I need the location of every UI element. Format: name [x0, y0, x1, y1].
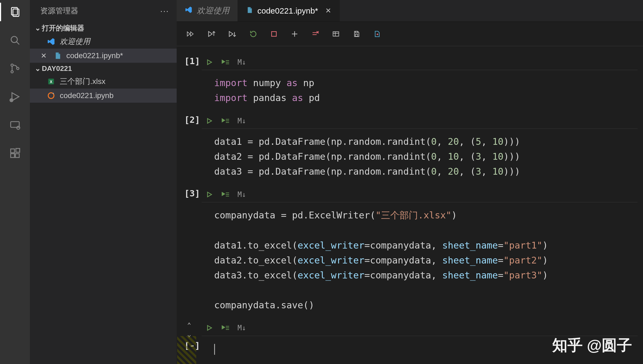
close-icon[interactable]: ✕: [41, 52, 49, 60]
run-by-line-icon[interactable]: [220, 189, 231, 200]
svg-marker-54: [222, 326, 225, 329]
restart-kernel-icon[interactable]: [244, 26, 263, 42]
cell-code[interactable]: data1 = pd.DataFrame(np.random.randint(0…: [202, 129, 638, 187]
notebook-toolbar: [177, 22, 643, 46]
run-all-icon[interactable]: [182, 26, 201, 42]
save-icon[interactable]: [347, 26, 366, 42]
file-xlsx[interactable]: X 三个部门.xlsx: [30, 74, 177, 89]
tab-bar: 欢迎使用 code0221.ipynb* ✕: [177, 0, 643, 22]
source-control-icon[interactable]: [8, 62, 21, 75]
cell-gutter: [1]: [177, 54, 202, 113]
tab-label: code0221.ipynb*: [257, 6, 318, 15]
svg-rect-36: [355, 31, 358, 33]
cell-exec-label: [1]: [184, 56, 200, 66]
cell-exec-label: [3]: [184, 188, 200, 199]
vscode-icon: [46, 37, 56, 46]
notebook-cell: [3] M↓ companydata = pd.ExcelWriter("三个部…: [177, 187, 643, 320]
notebook-cell: ⌃ ⌄ [-] M↓: [177, 320, 643, 364]
svg-marker-39: [222, 60, 225, 63]
cell-toolbar: M↓: [202, 187, 638, 202]
open-editor-label: code0221.ipynb*: [66, 51, 123, 60]
svg-marker-43: [208, 118, 212, 123]
tab-welcome[interactable]: 欢迎使用: [177, 0, 238, 21]
explorer-header: 资源管理器 ···: [30, 0, 177, 22]
search-icon[interactable]: [8, 34, 21, 47]
close-icon[interactable]: ✕: [325, 7, 331, 15]
notebook-cell: [1] M↓ import numpy as np import pandas …: [177, 54, 643, 113]
cell-toolbar: M↓: [202, 113, 638, 129]
notebook-file-icon: [246, 6, 253, 15]
debug-icon[interactable]: [8, 90, 21, 103]
svg-rect-26: [271, 32, 276, 36]
run-by-line-icon[interactable]: [220, 57, 231, 68]
run-by-line-icon[interactable]: [220, 115, 231, 126]
svg-marker-44: [222, 119, 225, 122]
notebook-file-icon: [53, 52, 63, 59]
cell-gutter: ⌃ ⌄ [-]: [177, 320, 202, 364]
excel-file-icon: X: [46, 78, 56, 85]
cell-body: M↓ data1 = pd.DataFrame(np.random.randin…: [202, 113, 643, 187]
more-icon[interactable]: ···: [160, 6, 169, 16]
svg-point-4: [11, 64, 13, 66]
run-cell-icon[interactable]: [204, 189, 215, 200]
folder-header[interactable]: ⌄ DAY0221: [30, 63, 177, 74]
cell-gutter: [3]: [177, 187, 202, 320]
open-editors-header[interactable]: ⌄ 打开的编辑器: [30, 22, 177, 34]
variables-icon[interactable]: [326, 26, 346, 42]
remote-explorer-icon[interactable]: [8, 118, 21, 131]
editor-area: 欢迎使用 code0221.ipynb* ✕: [177, 0, 643, 364]
notebook-cell: [2] M↓ data1 = pd.DataFrame(np.random.ra…: [177, 113, 643, 187]
cell-toolbar: M↓: [202, 320, 638, 336]
explorer-icon[interactable]: [8, 5, 21, 18]
svg-marker-24: [229, 31, 233, 36]
extensions-icon[interactable]: [8, 147, 21, 160]
cell-code[interactable]: import numpy as np import pandas as pd: [202, 70, 638, 113]
cell-exec-label: [2]: [184, 115, 200, 125]
markdown-label[interactable]: M↓: [238, 58, 246, 66]
svg-point-2: [11, 36, 17, 43]
cell-body: M↓ companydata = pd.ExcelWriter("三个部门.xl…: [202, 187, 643, 320]
svg-marker-53: [208, 326, 212, 330]
chevron-up-icon[interactable]: ⌃: [187, 322, 191, 328]
cell-exec-label: [-]: [184, 340, 200, 351]
jupyter-file-icon: [46, 92, 56, 99]
run-by-line-icon[interactable]: [220, 322, 231, 333]
chevron-down-icon: ⌄: [34, 64, 42, 73]
cell-code[interactable]: companydata = pd.ExcelWriter("三个部门.xlsx"…: [202, 202, 638, 320]
cell-toolbar: M↓: [202, 54, 638, 70]
file-notebook[interactable]: code0221.ipynb: [30, 89, 177, 103]
svg-point-11: [17, 126, 20, 129]
run-cell-icon[interactable]: [204, 322, 215, 333]
tab-notebook[interactable]: code0221.ipynb* ✕: [238, 0, 340, 21]
markdown-label[interactable]: M↓: [238, 324, 246, 332]
open-editor-notebook[interactable]: ✕ code0221.ipynb*: [30, 49, 177, 63]
open-editor-welcome[interactable]: 欢迎使用: [30, 34, 177, 49]
svg-rect-14: [15, 154, 19, 158]
svg-text:X: X: [50, 80, 52, 84]
svg-rect-37: [355, 34, 358, 36]
svg-line-3: [17, 42, 19, 45]
svg-marker-48: [208, 192, 212, 197]
markdown-label[interactable]: M↓: [238, 190, 246, 199]
open-editor-label: 欢迎使用: [60, 36, 90, 47]
svg-marker-22: [208, 31, 212, 36]
svg-point-9: [11, 100, 12, 101]
tab-label: 欢迎使用: [197, 5, 229, 16]
run-cell-icon[interactable]: [204, 57, 215, 68]
run-cell-icon[interactable]: [204, 115, 215, 126]
interrupt-kernel-icon[interactable]: [264, 26, 284, 42]
add-cell-icon[interactable]: [285, 26, 304, 42]
markdown-label[interactable]: M↓: [238, 117, 246, 125]
run-below-icon[interactable]: [223, 26, 242, 42]
svg-rect-13: [11, 154, 14, 158]
chevron-down-icon[interactable]: ⌄: [187, 331, 191, 338]
activity-bar: [0, 0, 30, 364]
cell-code[interactable]: [202, 336, 638, 364]
file-label: 三个部门.xlsx: [60, 76, 105, 87]
open-editors-label: 打开的编辑器: [42, 23, 84, 33]
svg-marker-49: [222, 192, 225, 196]
clear-output-icon[interactable]: [305, 26, 325, 42]
cell-gutter: [2]: [177, 113, 202, 187]
export-icon[interactable]: [367, 26, 387, 42]
run-above-icon[interactable]: [202, 26, 222, 42]
